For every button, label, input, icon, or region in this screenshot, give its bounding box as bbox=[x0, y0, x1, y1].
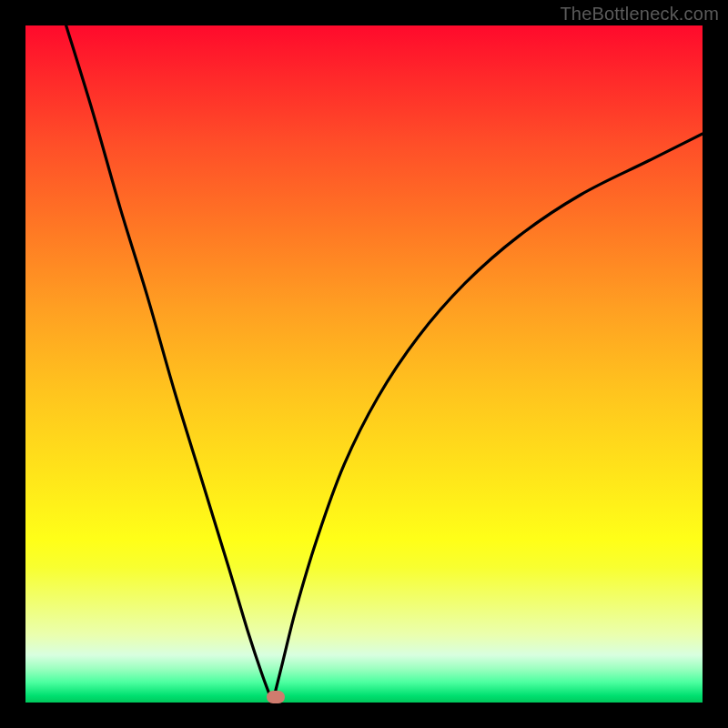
optimum-marker bbox=[267, 691, 285, 703]
chart-plot-area bbox=[25, 25, 703, 703]
watermark-text: TheBottleneck.com bbox=[560, 4, 719, 25]
